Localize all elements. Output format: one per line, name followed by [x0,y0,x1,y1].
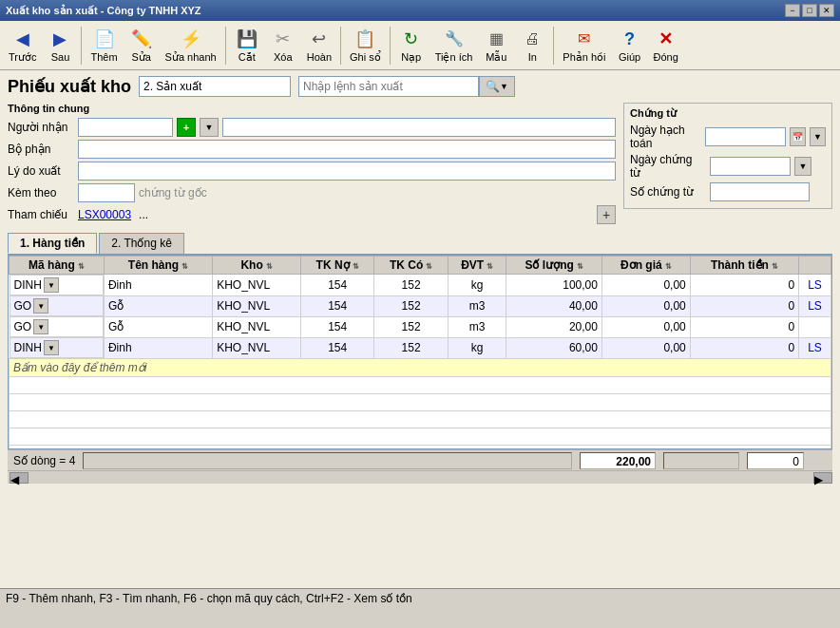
san-xuat-dropdown-wrap: 2. Sản xuất [139,76,291,97]
mahang-dropdown-btn[interactable]: ▼ [44,277,59,293]
tenhang-sort-icon[interactable]: ⇅ [181,262,188,271]
status-text: F9 - Thêm nhanh, F3 - Tìm nhanh, F6 - ch… [6,592,412,605]
tham-chieu-add-button[interactable]: + [597,205,616,224]
close-button[interactable]: ✕ [819,4,834,17]
col-header-tkno: TK Nợ ⇅ [301,257,374,275]
soluong-sort-icon[interactable]: ⇅ [577,262,583,271]
col-header-dongia: Đơn giá ⇅ [601,257,690,275]
search-wrap: 🔍 ▼ [298,76,515,97]
toolbar-nap[interactable]: ↻ Nạp [394,25,429,67]
ngay-chung-tu-input[interactable]: 07/02/2023 [710,157,791,176]
footer-total-thanhtien: 0 [747,452,804,469]
kho-sort-icon[interactable]: ⇅ [266,262,273,271]
nguoi-nhan-dropdown[interactable]: ▼ [200,118,219,137]
toolbar-dong[interactable]: ✕ Đóng [649,25,683,66]
toolbar-tien-ich[interactable]: 🔧 Tiện ích [430,25,478,67]
ngay-chung-tu-label: Ngày chứng từ [630,153,706,180]
delete-icon: ✂ [272,28,295,50]
dvt-sort-icon[interactable]: ⇅ [487,262,493,271]
ngay-hach-toan-input[interactable]: 07/02/2023 [705,127,786,146]
title-bar: Xuất kho sản xuất - Công ty TNHH XYZ − □… [0,0,840,21]
so-chung-tu-input[interactable]: XK00005 [710,182,810,201]
hscroll-right[interactable]: ▶ [813,472,832,484]
ngay-hach-toan-dropdown[interactable]: ▼ [810,127,826,146]
empty-row [10,428,831,446]
toolbar-in[interactable]: 🖨 In [515,25,549,66]
col-header-thanhtien: Thành tiền ⇅ [690,257,798,275]
tab-thong-ke[interactable]: 2. Thống kê [99,233,183,254]
hscroll-left[interactable]: ◀ [10,472,29,484]
forward-icon: ▶ [48,28,71,50]
toolbar-sua-nhanh[interactable]: ⚡ Sửa nhanh [161,25,221,67]
toolbar-mau-label: Mẫu [486,51,506,64]
kem-theo-input[interactable] [78,183,135,202]
dongia-sort-icon[interactable]: ⇅ [665,262,672,271]
lsx-link[interactable]: LSX00003 [78,208,131,221]
table-row[interactable]: DINH ▼ Đinh KHO_NVL 154 152 kg 60,00 0,0… [10,337,831,359]
ngay-hach-toan-calendar-button[interactable]: 📅 [790,127,806,146]
minimize-button[interactable]: − [785,4,800,17]
toolbar-ghi-so[interactable]: 📋 Ghi sổ [345,25,386,67]
add-row[interactable]: Bấm vào đây để thêm mới [10,359,831,377]
hscroll-bar[interactable]: ◀ ▶ [8,470,832,484]
mahang-dropdown-btn[interactable]: ▼ [33,298,48,314]
save-icon: 💾 [236,28,258,50]
maximize-button[interactable]: □ [802,4,817,17]
toolbar-giup[interactable]: ? Giúp [613,25,647,66]
toolbar-xoa-label: Xóa [274,51,293,63]
toolbar-phan-hoi[interactable]: ✉ Phản hồi [558,25,610,67]
mahang-sort-icon[interactable]: ⇅ [78,262,85,271]
undo-icon: ↩ [308,28,331,50]
toolbar-sua-nhanh-label: Sửa nhanh [165,51,217,64]
table-row[interactable]: DINH ▼ Đinh KHO_NVL 154 152 kg 100,00 0,… [10,275,831,296]
toolbar-ghi-so-label: Ghi sổ [350,51,381,64]
post-icon: 📋 [353,28,376,50]
ly-do-xuat-input[interactable]: Xuất cho sản xuất [78,162,616,181]
bo-phan-input[interactable] [78,140,616,159]
table-row[interactable]: GO ▼ Gỗ KHO_NVL 154 152 m3 40,00 0,00 0 … [10,295,831,316]
footer-so-dong: Số dòng = 4 [13,454,75,467]
empty-row [10,394,831,411]
toolbar-hoan[interactable]: ↩ Hoàn [302,25,336,66]
tools-icon: 🔧 [443,28,466,50]
empty-row [10,377,831,394]
kem-theo-row: Kèm theo chứng từ gốc [8,183,616,202]
col-header-kho: Kho ⇅ [213,257,301,275]
nguoi-nhan-name-input[interactable] [222,118,616,137]
toolbar-xoa[interactable]: ✂ Xóa [266,25,300,66]
footer-total-soluong: 220,00 [580,452,656,469]
toolbar-them[interactable]: 📄 Thêm [86,25,122,66]
tkno-sort-icon[interactable]: ⇅ [353,262,359,271]
nguoi-nhan-input[interactable] [78,118,173,137]
mahang-dropdown-btn[interactable]: ▼ [44,340,59,355]
close-toolbar-icon: ✕ [655,28,678,50]
toolbar-dong-label: Đóng [654,51,678,63]
toolbar-truoc[interactable]: ◀ Trước [4,25,41,67]
quick-edit-icon: ⚡ [180,28,202,50]
nguoi-nhan-label: Người nhận [8,121,74,134]
toolbar-hoan-label: Hoàn [307,51,332,63]
tham-chieu-row: Tham chiếu LSX00003 ... + [8,205,616,224]
toolbar-cat[interactable]: 💾 Cắt [230,25,264,67]
page-header: Phiếu xuất kho 2. Sản xuất 🔍 ▼ [8,76,832,97]
search-dropdown-arrow: ▼ [500,82,508,91]
search-button[interactable]: 🔍 ▼ [479,76,515,97]
chung-tu-goc-label: chứng từ gốc [139,186,207,200]
empty-row [10,411,831,428]
toolbar-sua[interactable]: ✏️ Sửa [124,25,159,67]
thanhtien-sort-icon[interactable]: ⇅ [772,262,778,271]
tkco-sort-icon[interactable]: ⇅ [426,262,432,271]
tab-hang-tien[interactable]: 1. Hàng tiền [8,233,97,254]
bo-phan-label: Bộ phận [8,143,74,156]
toolbar-giup-label: Giúp [619,51,640,63]
table-row[interactable]: GO ▼ Gỗ KHO_NVL 154 152 m3 20,00 0,00 0 [10,316,831,337]
toolbar-cat-label: Cắt [239,51,256,64]
thong-tin-chung-section: Thông tin chung Người nhận + ▼ Bộ phận L… [8,103,616,227]
toolbar-mau[interactable]: ▦ Mẫu [479,25,513,67]
ngay-chung-tu-dropdown[interactable]: ▼ [794,157,811,176]
mahang-dropdown-btn[interactable]: ▼ [33,319,48,334]
san-xuat-dropdown[interactable]: 2. Sản xuất [139,76,291,97]
search-input[interactable] [298,76,479,97]
nguoi-nhan-add-button[interactable]: + [177,118,196,137]
toolbar-sau[interactable]: ▶ Sau [43,25,77,66]
